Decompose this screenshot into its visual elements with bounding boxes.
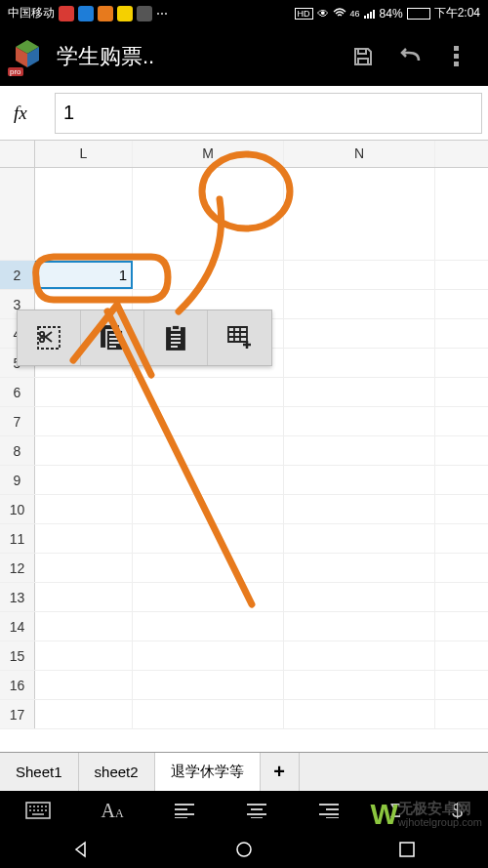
font-button[interactable]: AA (102, 800, 124, 822)
col-header[interactable]: L (35, 141, 133, 167)
cell[interactable] (133, 466, 284, 494)
cell[interactable] (284, 583, 435, 611)
row-header[interactable]: 11 (0, 524, 35, 553)
row-header[interactable]: 13 (0, 583, 35, 611)
copy-button[interactable] (81, 310, 144, 365)
row-header[interactable]: 14 (0, 612, 35, 641)
cell[interactable] (133, 436, 284, 465)
col-header[interactable]: N (284, 141, 435, 167)
cell[interactable] (35, 168, 133, 260)
cell[interactable] (133, 583, 284, 611)
table-row[interactable]: 15 (0, 641, 488, 671)
recent-button[interactable] (397, 840, 417, 859)
cell[interactable] (133, 641, 284, 670)
document-title[interactable]: 学生购票.. (57, 42, 340, 71)
select-all-corner[interactable] (0, 141, 35, 167)
table-row[interactable]: 11 (0, 524, 488, 554)
cell[interactable] (133, 495, 284, 523)
table-row[interactable]: 10 (0, 495, 488, 524)
cell[interactable] (284, 524, 435, 553)
tab-sheet2[interactable]: sheet2 (79, 753, 155, 791)
add-sheet-button[interactable]: + (261, 753, 300, 791)
table-row[interactable]: 8 (0, 436, 488, 466)
cell[interactable] (284, 466, 435, 494)
row-header[interactable]: 10 (0, 495, 35, 523)
cell[interactable] (133, 700, 284, 728)
cell[interactable] (284, 290, 435, 318)
menu-button[interactable] (433, 46, 480, 67)
align-left-button[interactable] (174, 803, 195, 818)
row-header[interactable]: 12 (0, 554, 35, 582)
cell[interactable] (133, 168, 284, 260)
table-row[interactable]: 9 (0, 466, 488, 495)
table-row[interactable]: 12 (0, 554, 488, 583)
save-button[interactable] (340, 45, 386, 68)
cell[interactable] (35, 524, 133, 553)
cell[interactable] (284, 319, 435, 348)
selected-cell[interactable]: 1 (35, 261, 133, 289)
row-header[interactable]: 7 (0, 407, 35, 435)
tab-sheet1[interactable]: Sheet1 (0, 753, 79, 791)
row-header[interactable]: 16 (0, 671, 35, 699)
cell[interactable] (133, 612, 284, 641)
table-row[interactable]: 16 (0, 671, 488, 700)
cell[interactable] (35, 641, 133, 670)
table-row[interactable]: 13 (0, 583, 488, 612)
cell[interactable] (35, 700, 133, 728)
undo-button[interactable] (386, 45, 433, 68)
cell[interactable] (133, 524, 284, 553)
row-header[interactable]: 8 (0, 436, 35, 465)
home-button[interactable] (234, 840, 254, 859)
row-header[interactable]: 6 (0, 378, 35, 406)
table-row[interactable] (0, 168, 488, 261)
row-header[interactable] (0, 168, 35, 260)
cell[interactable] (284, 612, 435, 641)
fx-label[interactable]: fx (6, 103, 55, 124)
cell[interactable] (284, 641, 435, 670)
spreadsheet-grid[interactable]: L M N 2 1 3 4 5 6 7 8 9 10 (0, 141, 488, 752)
table-row[interactable]: 17 (0, 700, 488, 729)
cell[interactable] (284, 407, 435, 435)
cut-button[interactable] (18, 310, 81, 365)
cell[interactable] (35, 554, 133, 582)
app-logo[interactable]: pro (8, 37, 47, 76)
cell[interactable] (284, 349, 435, 377)
cell[interactable] (133, 671, 284, 699)
cell[interactable] (35, 466, 133, 494)
tab-sheet3[interactable]: 退学休学等 (155, 753, 261, 791)
table-row[interactable]: 7 (0, 407, 488, 436)
table-row[interactable]: 14 (0, 612, 488, 641)
cell[interactable] (133, 261, 284, 289)
cell[interactable] (284, 495, 435, 523)
row-header[interactable]: 17 (0, 700, 35, 728)
cell[interactable] (284, 261, 435, 289)
cell[interactable] (35, 495, 133, 523)
row-header[interactable]: 2 (0, 261, 35, 289)
paste-button[interactable] (144, 310, 208, 365)
cell[interactable] (133, 407, 284, 435)
table-row[interactable]: 6 (0, 378, 488, 407)
cell[interactable] (35, 612, 133, 641)
cell[interactable] (133, 378, 284, 406)
align-right-button[interactable] (318, 803, 340, 818)
formula-input[interactable] (55, 93, 482, 134)
col-header[interactable]: M (133, 141, 284, 167)
insert-cells-button[interactable] (208, 310, 271, 365)
row-header[interactable]: 15 (0, 641, 35, 670)
cell[interactable] (35, 378, 133, 406)
align-center-button[interactable] (246, 803, 267, 818)
cell[interactable] (284, 436, 435, 465)
cell[interactable] (35, 407, 133, 435)
cell[interactable] (284, 671, 435, 699)
cell[interactable] (284, 378, 435, 406)
cell[interactable] (35, 583, 133, 611)
cell[interactable] (284, 700, 435, 728)
row-header[interactable]: 9 (0, 466, 35, 494)
table-row[interactable]: 2 1 (0, 261, 488, 290)
back-button[interactable] (71, 840, 91, 859)
cell[interactable] (35, 671, 133, 699)
cell[interactable] (133, 554, 284, 582)
cell[interactable] (284, 168, 435, 260)
keyboard-button[interactable] (25, 802, 51, 819)
cell[interactable] (284, 554, 435, 582)
